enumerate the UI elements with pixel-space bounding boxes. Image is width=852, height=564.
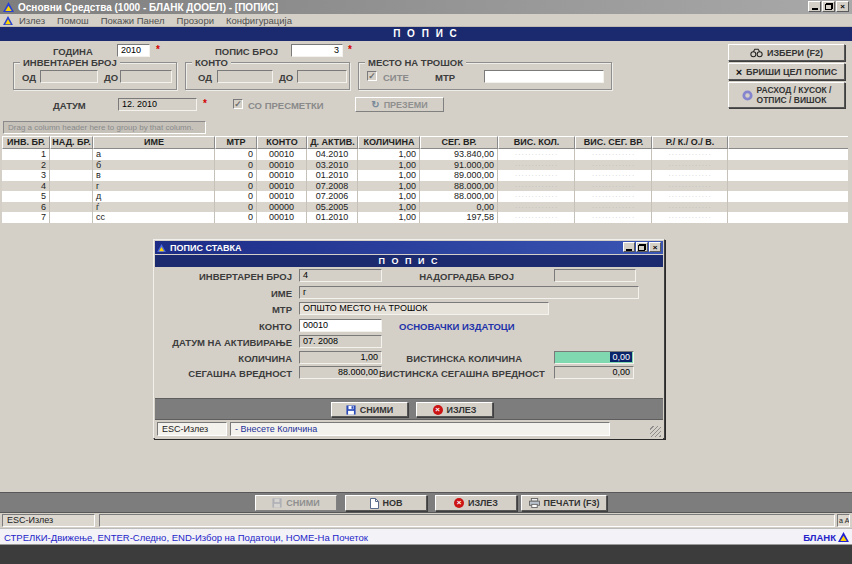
rashod-button-label-line2: ОТПИС / ВИШОК: [757, 95, 832, 105]
table-cell: . . . . . . . . . . . . .: [575, 170, 652, 181]
site-checkbox[interactable]: ✓: [367, 71, 377, 81]
table-cell: . . . . . . . . . . . . .: [652, 181, 728, 192]
footer-new-button[interactable]: НОВ: [345, 495, 427, 511]
popis-no-input[interactable]: 3: [291, 44, 343, 57]
font-size-toggle[interactable]: а А: [837, 514, 850, 527]
table-row[interactable]: 2б00001003.20101,0091.000,00. . . . . . …: [2, 160, 848, 171]
table-cell: . . . . . . . . . . . . .: [652, 160, 728, 171]
footer-save-button[interactable]: СНИМИ: [255, 495, 337, 511]
table-cell: 07.2008: [307, 181, 358, 192]
dialog-status-bar: ESC-Излез - Внесете Количина: [155, 420, 663, 439]
year-input[interactable]: 2010: [117, 44, 150, 57]
table-row[interactable]: 5д00001007.20061,0088.000,00. . . . . . …: [2, 191, 848, 202]
table-cell: 0,00: [420, 202, 498, 213]
table-cell-filler: [728, 181, 848, 192]
column-header[interactable]: КОЛИЧИНА: [358, 136, 420, 149]
restore-icon[interactable]: [822, 1, 835, 12]
upgrade-no-input[interactable]: [554, 269, 636, 282]
title-bar[interactable]: Основни Средства (1000 - БЛАНК ДООЕЛ) - …: [0, 0, 852, 14]
refresh-icon: ↻: [371, 99, 379, 110]
table-cell: [50, 149, 93, 160]
dialog-save-button[interactable]: СНИМИ: [331, 402, 408, 417]
mtr-select[interactable]: [484, 70, 604, 83]
hint-bar: СТРЕЛКИ-Движење, ENTER-Следно, END-Избор…: [0, 528, 852, 545]
column-header[interactable]: ИМЕ: [93, 136, 215, 149]
konto-from-label: ОД: [198, 72, 212, 83]
activation-date-select[interactable]: 07. 2008: [299, 335, 382, 348]
close-icon[interactable]: ×: [836, 1, 849, 12]
footer-print-button[interactable]: ПЕЧАТИ (F3): [521, 495, 607, 511]
window-title: Основни Средства (1000 - БЛАНК ДООЕЛ) - …: [18, 2, 278, 13]
actual-current-value-input[interactable]: 0,00: [554, 366, 634, 379]
dialog-mtr-select[interactable]: ОПШТО МЕСТО НА ТРОШОК: [299, 302, 549, 315]
table-row[interactable]: 3в00001001.20101,0089.000,00. . . . . . …: [2, 170, 848, 181]
status-esc: ESC-Излез: [2, 514, 95, 527]
table-cell: 1,00: [358, 202, 420, 213]
table-cell: . . . . . . . . . . . . .: [575, 160, 652, 171]
dialog-title-bar[interactable]: ПОПИС СТАВКА ×: [155, 241, 663, 254]
table-row[interactable]: 4г00001007.20081,0088.000,00. . . . . . …: [2, 181, 848, 192]
column-header[interactable]: ИНВ. БР.: [2, 136, 50, 149]
year-label: ГОДИНА: [53, 46, 93, 57]
table-cell: 3: [2, 170, 50, 181]
date-select[interactable]: 12. 2010: [118, 98, 197, 111]
brishi-button[interactable]: × БРИШИ ЦЕЛ ПОПИС: [728, 63, 845, 80]
table-cell: . . . . . . . . . . . . .: [575, 149, 652, 160]
dialog-close-icon[interactable]: ×: [649, 242, 661, 252]
menu-bar: Излез Помош Покажи Панел Прозори Конфигу…: [0, 14, 852, 27]
dialog-exit-label: ИЗЛЕЗ: [447, 405, 477, 415]
konto-to-input[interactable]: [297, 70, 347, 83]
brand-logo-icon: [838, 532, 849, 542]
rashod-button[interactable]: РАСХОД / КУСОК / ОТПИС / ВИШОК: [728, 82, 845, 108]
inventory-no-input[interactable]: 4: [299, 269, 382, 282]
column-header[interactable]: СЕГ. ВР.: [420, 136, 498, 149]
section-header: П О П И С: [0, 27, 852, 41]
menu-item-konfiguracija[interactable]: Конфигурација: [226, 15, 292, 26]
delete-x-icon: ×: [736, 66, 742, 78]
desktop-background: [0, 545, 852, 564]
footer-exit-button[interactable]: × ИЗЛЕЗ: [435, 495, 517, 511]
table-row[interactable]: 6ѓ00000005.20051,000,00. . . . . . . . .…: [2, 202, 848, 213]
menu-item-prozori[interactable]: Прозори: [177, 15, 214, 26]
table-row[interactable]: 7сс00001001.20101,00197,58. . . . . . . …: [2, 212, 848, 223]
name-input[interactable]: г: [299, 286, 639, 299]
table-cell: . . . . . . . . . . . . .: [498, 191, 575, 202]
table-cell: 93.840,00: [420, 149, 498, 160]
table-row[interactable]: 1а00001004.20101,0093.840,00. . . . . . …: [2, 149, 848, 160]
current-value-input[interactable]: 88.000,00: [299, 366, 382, 379]
grid-header-row: ИНВ. БР.НАД. БР.ИМЕМТРКОНТОД. АКТИВ.КОЛИ…: [2, 136, 848, 149]
column-header[interactable]: ВИС. СЕГ. ВР.: [575, 136, 652, 149]
menu-item-pokazhi-panel[interactable]: Покажи Панел: [101, 15, 165, 26]
dialog-konto-select[interactable]: 00010: [299, 319, 382, 332]
dialog-restore-icon[interactable]: [636, 242, 648, 252]
table-cell: . . . . . . . . . . . . .: [652, 191, 728, 202]
table-cell: 0: [215, 191, 257, 202]
column-header[interactable]: Д. АКТИВ.: [307, 136, 358, 149]
group-by-hint[interactable]: Drag a column header here to group by th…: [3, 121, 206, 134]
izberi-button[interactable]: ИЗБЕРИ (F2): [728, 44, 845, 61]
inv-from-input[interactable]: [40, 70, 98, 83]
menu-item-pomosh[interactable]: Помош: [57, 15, 89, 26]
column-header[interactable]: Р./ К./ О./ В.: [652, 136, 728, 149]
column-header[interactable]: ВИС. КОЛ.: [498, 136, 575, 149]
dialog-minimize-icon[interactable]: [623, 242, 635, 252]
inv-to-input[interactable]: [120, 70, 172, 83]
resize-grip[interactable]: [650, 426, 661, 437]
actual-quantity-input[interactable]: 0,00: [554, 351, 634, 364]
table-cell: 00010: [257, 149, 307, 160]
column-header[interactable]: КОНТО: [257, 136, 307, 149]
column-header[interactable]: НАД. БР.: [50, 136, 93, 149]
quantity-input[interactable]: 1,00: [299, 351, 382, 364]
menu-item-izlez[interactable]: Излез: [19, 15, 45, 26]
minimize-icon[interactable]: [808, 1, 821, 12]
dialog-section-header: П О П И С: [155, 255, 663, 267]
table-cell: [50, 212, 93, 223]
table-cell: 04.2010: [307, 149, 358, 160]
table-cell: 2: [2, 160, 50, 171]
table-cell: . . . . . . . . . . . . .: [498, 149, 575, 160]
column-header[interactable]: МТР: [215, 136, 257, 149]
prezemi-button[interactable]: ↻ ПРЕЗЕМИ: [355, 97, 444, 112]
konto-from-input[interactable]: [217, 70, 273, 83]
so-presmetki-checkbox[interactable]: ✓: [233, 99, 243, 109]
dialog-exit-button[interactable]: × ИЗЛЕЗ: [416, 402, 493, 417]
